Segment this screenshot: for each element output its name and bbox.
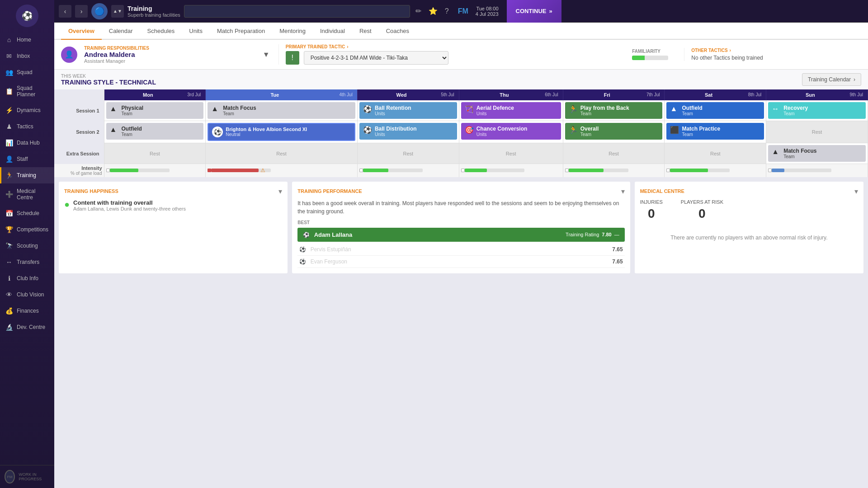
session2-thu[interactable]: 🎯 Chance Conversion Units <box>459 121 563 143</box>
tab-coaches[interactable]: Coaches <box>379 23 416 40</box>
happiness-panel-header: TRAINING HAPPINESS ▾ <box>64 187 282 196</box>
session1-sat[interactable]: ▲ Outfield Team <box>665 100 766 121</box>
sidebar-label: Club Info <box>17 275 38 282</box>
scout-icon[interactable]: ⭐ <box>427 5 439 17</box>
sidebar-item-competitions[interactable]: 🏆 Competitions <box>0 221 54 238</box>
session2-fri[interactable]: 🏃 Overall Team <box>563 121 665 143</box>
rating-label: Training Rating <box>566 232 599 237</box>
continue-button[interactable]: CONTINUE » <box>507 0 561 23</box>
extra-wed-rest[interactable]: Rest <box>357 143 459 164</box>
overall-block[interactable]: 🏃 Overall Team <box>565 123 663 140</box>
brighton-block[interactable]: ⚽ Brighton & Hove Albion Second XI Neutr… <box>208 123 355 141</box>
sidebar-item-tactics[interactable]: ♟ Tactics <box>0 118 54 135</box>
extra-tue-rest[interactable]: Rest <box>206 143 358 164</box>
extra-fri-rest[interactable]: Rest <box>563 143 665 164</box>
sidebar-item-training[interactable]: 🏃 Training <box>0 167 54 183</box>
tab-calendar[interactable]: Calendar <box>102 23 140 40</box>
extra-mon-rest[interactable]: Rest <box>104 143 206 164</box>
ball-dist-block[interactable]: ⚽ Ball Distribution Units <box>359 123 457 140</box>
happiness-panel-label[interactable]: TRAINING HAPPINESS <box>64 188 118 194</box>
match-practice-block[interactable]: ⬛ Match Practice Team <box>666 123 764 140</box>
session2-sat[interactable]: ⬛ Match Practice Team <box>665 121 766 143</box>
resp-label: TRAINING RESPONSIBILITIES <box>84 46 254 51</box>
sidebar-item-squad[interactable]: 👥 Squad <box>0 64 54 80</box>
club-logo[interactable]: ⚽ <box>16 5 38 27</box>
tab-rest[interactable]: Rest <box>352 23 379 40</box>
play-back-block[interactable]: 🏃 Play from the Back Team <box>565 102 663 119</box>
resp-role: Assistant Manager <box>84 58 254 64</box>
sidebar-item-medical[interactable]: ➕ Medical Centre <box>0 183 54 205</box>
medical-icon: ➕ <box>5 191 13 198</box>
sidebar-item-dev-centre[interactable]: 🔬 Dev. Centre <box>0 319 54 335</box>
physical-block[interactable]: ▲ Physical Team <box>106 102 204 119</box>
session1-thu[interactable]: 🏹 Aerial Defence Units <box>459 100 563 121</box>
ball-retention-block[interactable]: ⚽ Ball Retention Units <box>359 102 457 119</box>
sidebar-item-club-info[interactable]: ℹ Club Info <box>0 270 54 286</box>
extra-sun[interactable]: ▲ Match Focus Team <box>766 143 868 164</box>
sidebar-label: Inbox <box>17 53 30 59</box>
best-player-row[interactable]: ⚽ Adam Lallana Training Rating 7.80 — <box>297 228 624 242</box>
session1-tue[interactable]: ▲ Match Focus Team <box>206 100 358 121</box>
happiness-collapse-button[interactable]: ▾ <box>278 187 282 196</box>
sidebar-item-finances[interactable]: 💰 Finances <box>0 303 54 319</box>
session1-fri[interactable]: 🏃 Play from the Back Team <box>563 100 665 121</box>
sidebar-item-dynamics[interactable]: ⚡ Dynamics <box>0 102 54 118</box>
performance-collapse-button[interactable]: ▾ <box>621 187 625 196</box>
extra-thu-rest[interactable]: Rest <box>459 143 563 164</box>
tab-mentoring[interactable]: Mentoring <box>272 23 313 40</box>
tab-units[interactable]: Units <box>182 23 210 40</box>
session1-mon[interactable]: ▲ Physical Team <box>104 100 206 121</box>
medical-panel-label[interactable]: MEDICAL CENTRE <box>640 188 684 194</box>
tactic-label[interactable]: PRIMARY TRAINED TACTIC › <box>286 44 626 49</box>
training-calendar-button[interactable]: Training Calendar › <box>802 73 861 86</box>
sidebar-item-inbox[interactable]: ✉ Inbox <box>0 48 54 64</box>
sidebar-item-staff[interactable]: 👤 Staff <box>0 151 54 167</box>
other-tactics-label[interactable]: OTHER TACTICS › <box>691 48 861 53</box>
tab-schedules[interactable]: Schedules <box>140 23 182 40</box>
sidebar-item-home[interactable]: ⌂ Home <box>0 32 54 48</box>
dropdown-arrow[interactable]: ▲▼ <box>111 5 124 18</box>
sidebar-item-scouting[interactable]: 🔭 Scouting <box>0 238 54 254</box>
match-practice-icon: ⬛ <box>670 126 679 134</box>
resp-dropdown-button[interactable]: ▼ <box>261 49 272 61</box>
edit-icon[interactable]: ✏ <box>414 5 423 17</box>
best-player-info: ⚽ Adam Lallana <box>303 231 352 238</box>
tab-match-prep[interactable]: Match Preparation <box>210 23 272 40</box>
topbar: ‹ › 🔵 ▲▼ Training Superb training facili… <box>54 0 868 23</box>
aerial-defence-block[interactable]: 🏹 Aerial Defence Units <box>461 102 561 119</box>
outfield2-block[interactable]: ▲ Outfield Team <box>106 123 204 140</box>
recovery-block[interactable]: ↔ Recovery Team <box>768 102 866 119</box>
session1-wed[interactable]: ⚽ Ball Retention Units <box>357 100 459 121</box>
performance-panel-label[interactable]: TRAINING PERFORMANCE <box>297 188 362 194</box>
extra-match-focus-icon: ▲ <box>772 148 781 156</box>
session2-sun-rest[interactable]: Rest <box>766 121 868 143</box>
extra-sat-rest[interactable]: Rest <box>665 143 766 164</box>
session2-mon[interactable]: ▲ Outfield Team <box>104 121 206 143</box>
session2-tue[interactable]: ⚽ Brighton & Hove Albion Second XI Neutr… <box>206 121 358 143</box>
back-button[interactable]: ‹ <box>59 5 71 18</box>
sidebar-item-transfers[interactable]: ↔ Transfers <box>0 254 54 270</box>
tab-overview[interactable]: Overview <box>61 23 102 40</box>
help-icon[interactable]: ? <box>443 5 451 17</box>
session2-wed[interactable]: ⚽ Ball Distribution Units <box>357 121 459 143</box>
tactic-section: PRIMARY TRAINED TACTIC › ! Positive 4-2-… <box>278 44 626 65</box>
match-focus-block[interactable]: ▲ Match Focus Team <box>208 102 355 119</box>
outfield-block[interactable]: ▲ Outfield Team <box>666 102 764 119</box>
club-badge[interactable]: 🔵 <box>91 3 108 19</box>
sidebar-item-squad-planner[interactable]: 📋 Squad Planner <box>0 80 54 102</box>
tab-individual[interactable]: Individual <box>313 23 352 40</box>
sidebar-item-schedule[interactable]: 📅 Schedule <box>0 205 54 221</box>
tactic-select[interactable]: Positive 4-2-3-1 DM AM Wide - Tiki-Taka <box>304 51 448 65</box>
sidebar-item-data-hub[interactable]: 📊 Data Hub <box>0 135 54 151</box>
medical-collapse-button[interactable]: ▾ <box>854 187 858 196</box>
sidebar-item-club-vision[interactable]: 👁 Club Vision <box>0 286 54 303</box>
other-player-row-1[interactable]: ⚽ Evan Ferguson 7.65 <box>297 256 624 268</box>
day-header-fri: Fri 7th Jul <box>563 89 665 100</box>
search-input[interactable] <box>184 5 410 18</box>
session1-sun[interactable]: ↔ Recovery Team <box>766 100 868 121</box>
chance-conv-block[interactable]: 🎯 Chance Conversion Units <box>461 123 561 140</box>
extra-match-focus-block[interactable]: ▲ Match Focus Team <box>768 145 866 162</box>
intensity-fill-sun <box>772 169 784 172</box>
forward-button[interactable]: › <box>75 5 88 18</box>
other-player-row-0[interactable]: ⚽ Pervis Estupiñán 7.65 <box>297 244 624 256</box>
